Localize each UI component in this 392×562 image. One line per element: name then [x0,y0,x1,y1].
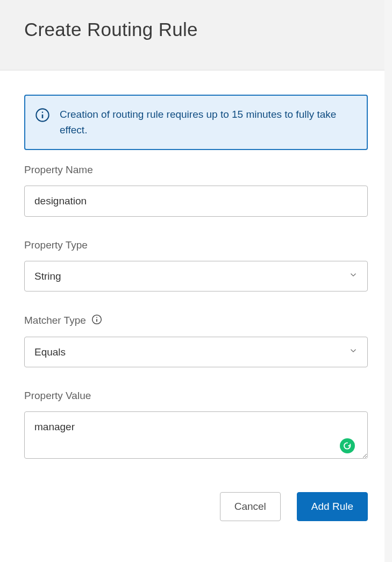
matcher-type-select[interactable]: Equals [24,337,368,367]
matcher-type-label: Matcher Type [24,315,86,326]
property-name-field: Property Name [24,164,368,217]
cancel-button[interactable]: Cancel [220,492,281,521]
info-banner: Creation of routing rule requires up to … [24,95,368,150]
info-icon [35,106,50,125]
button-row: Cancel Add Rule [24,492,368,521]
property-value-input[interactable] [24,411,368,459]
scrollbar-track[interactable] [384,0,392,562]
property-value-label: Property Value [24,390,91,402]
property-type-field: Property Type String [24,239,368,291]
dialog-content: Creation of routing rule requires up to … [0,70,392,546]
property-name-label: Property Name [24,164,93,176]
add-rule-button[interactable]: Add Rule [297,492,368,521]
matcher-type-field: Matcher Type Equals [24,314,368,367]
property-name-input[interactable] [24,186,368,217]
property-type-label: Property Type [24,239,88,251]
svg-point-5 [96,317,97,318]
svg-point-2 [42,111,44,113]
info-message: Creation of routing rule requires up to … [60,106,356,138]
grammarly-icon[interactable] [340,438,355,453]
dialog-header: Create Routing Rule [0,0,392,70]
property-value-field: Property Value [24,390,368,461]
info-icon[interactable] [91,314,102,327]
property-type-select[interactable]: String [24,261,368,291]
page-title: Create Routing Rule [24,19,368,40]
